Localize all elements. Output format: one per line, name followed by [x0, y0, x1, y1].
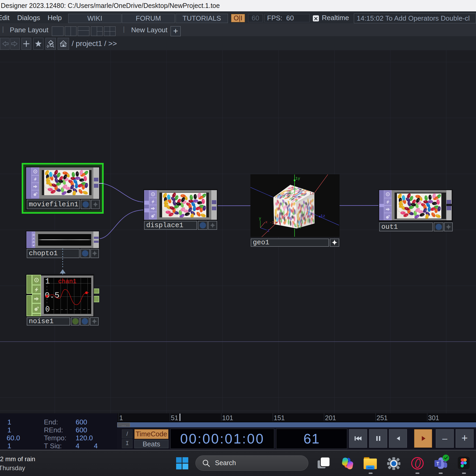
svg-text:x: x: [265, 220, 267, 224]
svg-text:1z: 1z: [321, 214, 325, 218]
svg-text:-1y: -1y: [295, 225, 302, 229]
svg-text:1: 1: [45, 277, 50, 286]
svg-text:-1x: -1x: [269, 221, 277, 225]
svg-text:T: T: [436, 461, 439, 466]
svg-text:1y: 1y: [295, 176, 300, 181]
svg-text:1x: 1x: [309, 191, 314, 196]
svg-text:z: z: [267, 228, 269, 233]
svg-text:0: 0: [45, 305, 50, 314]
svg-text:chan1: chan1: [58, 278, 76, 285]
svg-text:y: y: [259, 216, 261, 221]
svg-text:-1z: -1z: [274, 195, 281, 199]
